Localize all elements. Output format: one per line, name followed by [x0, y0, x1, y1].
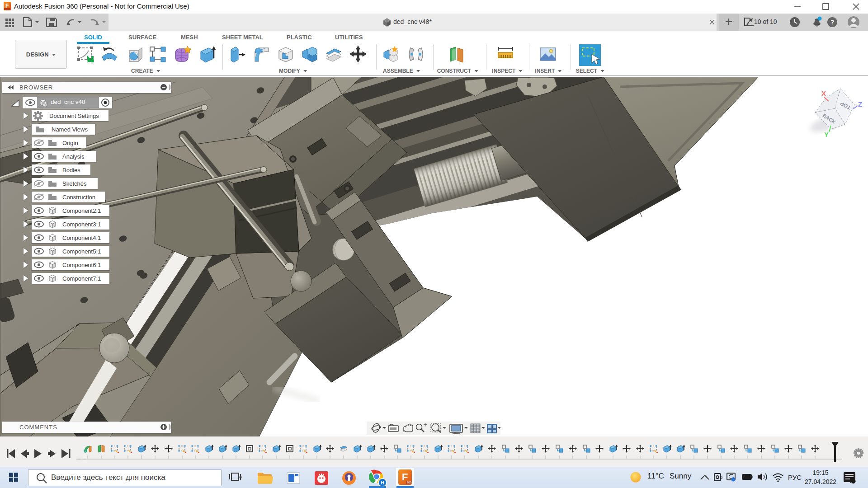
- svg-text:F: F: [5, 3, 9, 9]
- svg-text:Z: Z: [858, 100, 862, 108]
- svg-text:360: 360: [407, 481, 412, 484]
- svg-text:X: X: [821, 89, 826, 97]
- svg-text:Y: Y: [824, 131, 829, 138]
- svg-text:?: ?: [830, 19, 835, 26]
- svg-text:H: H: [381, 480, 384, 485]
- svg-text:РУС: РУС: [788, 474, 802, 481]
